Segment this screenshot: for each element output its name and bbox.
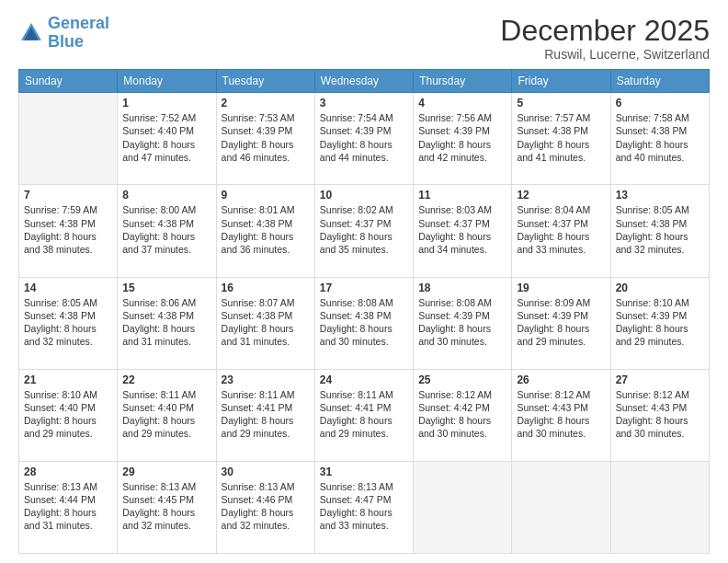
daylight-line2: and 32 minutes. [222,519,310,532]
daylight-line1: Daylight: 8 hours [320,414,408,427]
day-number: 6 [616,97,704,109]
sunset-text: Sunset: 4:44 PM [24,493,112,506]
day-number: 26 [517,373,605,386]
sunset-text: Sunset: 4:41 PM [320,401,408,414]
sunrise-text: Sunrise: 8:08 AM [418,296,506,309]
sunrise-text: Sunrise: 8:12 AM [418,388,506,401]
day-info: Sunrise: 8:12 AMSunset: 4:43 PMDaylight:… [517,388,605,441]
daylight-line1: Daylight: 8 hours [517,138,605,151]
sunrise-text: Sunrise: 8:04 AM [517,203,605,216]
day-number: 14 [24,282,112,294]
daylight-line2: and 29 minutes. [320,427,408,440]
daylight-line2: and 31 minutes. [222,335,310,348]
main-title: December 2025 [500,15,710,47]
day-cell: 23Sunrise: 8:11 AMSunset: 4:41 PMDayligh… [216,369,314,461]
logo: General Blue [18,15,109,52]
column-header-tuesday: Tuesday [216,70,314,93]
day-cell: 22Sunrise: 8:11 AMSunset: 4:40 PMDayligh… [118,369,216,461]
header: General Blue December 2025 Ruswil, Lucer… [18,15,710,62]
sunset-text: Sunset: 4:47 PM [320,493,408,506]
sunset-text: Sunset: 4:38 PM [616,217,704,230]
daylight-line1: Daylight: 8 hours [517,230,605,243]
day-cell: 5Sunrise: 7:57 AMSunset: 4:38 PMDaylight… [512,93,610,185]
calendar-table: SundayMondayTuesdayWednesdayThursdayFrid… [18,69,710,554]
day-cell: 4Sunrise: 7:56 AMSunset: 4:39 PMDaylight… [414,93,512,185]
sunrise-text: Sunrise: 7:58 AM [616,111,704,124]
sunset-text: Sunset: 4:38 PM [24,217,112,230]
day-cell: 27Sunrise: 8:12 AMSunset: 4:43 PMDayligh… [610,369,709,461]
sunset-text: Sunset: 4:38 PM [122,309,210,322]
sunrise-text: Sunrise: 8:06 AM [122,296,210,309]
day-cell [414,461,512,553]
day-info: Sunrise: 8:03 AMSunset: 4:37 PMDaylight:… [418,203,506,256]
daylight-line1: Daylight: 8 hours [24,230,112,243]
daylight-line2: and 38 minutes. [24,243,112,256]
day-number: 10 [320,189,408,201]
sunrise-text: Sunrise: 8:09 AM [517,296,605,309]
day-cell: 26Sunrise: 8:12 AMSunset: 4:43 PMDayligh… [512,369,610,461]
sunset-text: Sunset: 4:37 PM [418,217,506,230]
daylight-line1: Daylight: 8 hours [320,138,408,151]
day-info: Sunrise: 8:08 AMSunset: 4:39 PMDaylight:… [418,296,506,349]
day-info: Sunrise: 8:12 AMSunset: 4:42 PMDaylight:… [418,388,506,441]
day-number: 1 [122,97,210,109]
day-cell: 3Sunrise: 7:54 AMSunset: 4:39 PMDaylight… [314,93,413,185]
sunrise-text: Sunrise: 7:54 AM [320,111,408,124]
logo-icon [18,20,44,46]
column-header-sunday: Sunday [19,70,118,93]
sunrise-text: Sunrise: 8:11 AM [122,388,210,401]
day-cell: 20Sunrise: 8:10 AMSunset: 4:39 PMDayligh… [610,277,709,369]
daylight-line1: Daylight: 8 hours [320,506,408,519]
week-row-1: 1Sunrise: 7:52 AMSunset: 4:40 PMDaylight… [19,93,710,185]
daylight-line2: and 47 minutes. [122,151,210,164]
daylight-line1: Daylight: 8 hours [222,138,310,151]
day-number: 27 [616,373,704,386]
day-info: Sunrise: 8:13 AMSunset: 4:44 PMDaylight:… [24,480,112,533]
day-info: Sunrise: 8:10 AMSunset: 4:39 PMDaylight:… [616,296,704,349]
daylight-line2: and 29 minutes. [122,427,210,440]
sunset-text: Sunset: 4:39 PM [418,309,506,322]
daylight-line2: and 29 minutes. [517,335,605,348]
sunset-text: Sunset: 4:42 PM [418,401,506,414]
sunset-text: Sunset: 4:45 PM [122,493,210,506]
day-number: 3 [320,97,408,109]
column-header-friday: Friday [512,70,610,93]
day-info: Sunrise: 8:08 AMSunset: 4:38 PMDaylight:… [320,296,408,349]
daylight-line1: Daylight: 8 hours [517,322,605,335]
sunset-text: Sunset: 4:39 PM [517,309,605,322]
sunset-text: Sunset: 4:38 PM [616,124,704,137]
daylight-line1: Daylight: 8 hours [616,138,704,151]
daylight-line2: and 31 minutes. [122,335,210,348]
day-cell [512,461,610,553]
day-info: Sunrise: 8:02 AMSunset: 4:37 PMDaylight:… [320,203,408,256]
daylight-line2: and 31 minutes. [24,519,112,532]
day-info: Sunrise: 8:11 AMSunset: 4:40 PMDaylight:… [122,388,210,441]
title-block: December 2025 Ruswil, Lucerne, Switzerla… [500,15,710,62]
sunrise-text: Sunrise: 8:12 AM [517,388,605,401]
daylight-line2: and 41 minutes. [517,151,605,164]
day-number: 11 [418,189,506,201]
daylight-line2: and 32 minutes. [24,335,112,348]
daylight-line2: and 33 minutes. [320,519,408,532]
day-cell: 24Sunrise: 8:11 AMSunset: 4:41 PMDayligh… [314,369,413,461]
sunrise-text: Sunrise: 8:05 AM [616,203,704,216]
day-info: Sunrise: 8:00 AMSunset: 4:38 PMDaylight:… [122,203,210,256]
day-info: Sunrise: 8:13 AMSunset: 4:45 PMDaylight:… [122,480,210,533]
sunset-text: Sunset: 4:40 PM [24,401,112,414]
daylight-line2: and 44 minutes. [320,151,408,164]
sunset-text: Sunset: 4:40 PM [122,401,210,414]
sunset-text: Sunset: 4:38 PM [222,217,310,230]
daylight-line1: Daylight: 8 hours [222,230,310,243]
page: General Blue December 2025 Ruswil, Lucer… [0,0,728,563]
daylight-line2: and 29 minutes. [24,427,112,440]
day-number: 15 [122,282,210,294]
column-header-thursday: Thursday [414,70,512,93]
day-cell: 2Sunrise: 7:53 AMSunset: 4:39 PMDaylight… [216,93,314,185]
week-row-4: 21Sunrise: 8:10 AMSunset: 4:40 PMDayligh… [19,369,710,461]
day-info: Sunrise: 8:11 AMSunset: 4:41 PMDaylight:… [222,388,310,441]
day-info: Sunrise: 8:10 AMSunset: 4:40 PMDaylight:… [24,388,112,441]
day-info: Sunrise: 8:13 AMSunset: 4:46 PMDaylight:… [222,480,310,533]
day-cell: 13Sunrise: 8:05 AMSunset: 4:38 PMDayligh… [610,185,709,277]
daylight-line1: Daylight: 8 hours [616,414,704,427]
day-number: 22 [122,373,210,386]
